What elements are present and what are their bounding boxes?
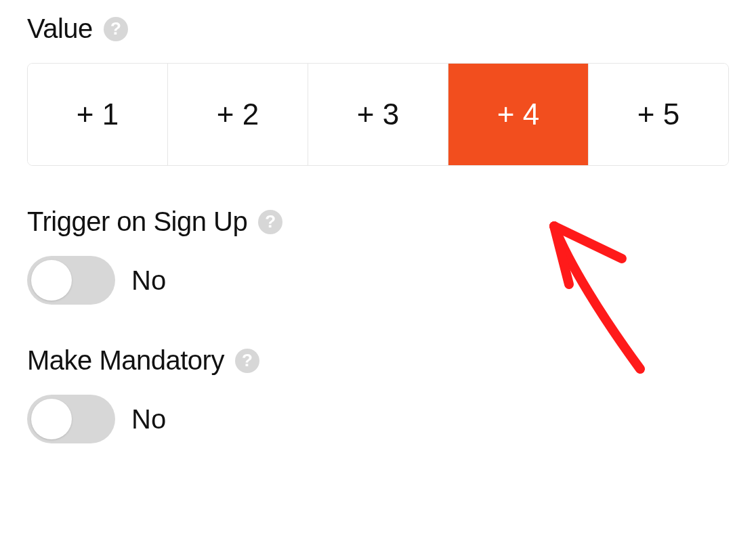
trigger-toggle-state: No [131, 265, 166, 296]
value-label-row: Value ? [27, 14, 729, 44]
mandatory-toggle-state: No [131, 404, 166, 435]
help-icon[interactable]: ? [104, 17, 128, 41]
trigger-label-row: Trigger on Sign Up ? [27, 206, 729, 237]
mandatory-toggle[interactable] [27, 395, 115, 443]
value-segmented-control: + 1 + 2 + 3 + 4 + 5 [27, 63, 729, 166]
mandatory-field-group: Make Mandatory ? No [27, 345, 729, 443]
help-icon[interactable]: ? [258, 210, 282, 234]
value-option-2[interactable]: + 2 [168, 64, 308, 165]
value-option-5[interactable]: + 5 [589, 64, 728, 165]
mandatory-toggle-knob [31, 399, 72, 439]
value-option-3[interactable]: + 3 [308, 64, 448, 165]
value-option-4[interactable]: + 4 [448, 64, 589, 165]
trigger-label: Trigger on Sign Up [27, 206, 247, 237]
value-label: Value [27, 14, 93, 44]
help-icon[interactable]: ? [235, 349, 259, 373]
trigger-toggle-row: No [27, 256, 729, 305]
value-field-group: Value ? + 1 + 2 + 3 + 4 + 5 [27, 14, 729, 166]
mandatory-toggle-row: No [27, 395, 729, 443]
trigger-field-group: Trigger on Sign Up ? No [27, 206, 729, 305]
trigger-toggle[interactable] [27, 256, 115, 305]
value-option-1[interactable]: + 1 [28, 64, 168, 165]
trigger-toggle-knob [31, 260, 72, 301]
mandatory-label: Make Mandatory [27, 345, 224, 376]
mandatory-label-row: Make Mandatory ? [27, 345, 729, 376]
